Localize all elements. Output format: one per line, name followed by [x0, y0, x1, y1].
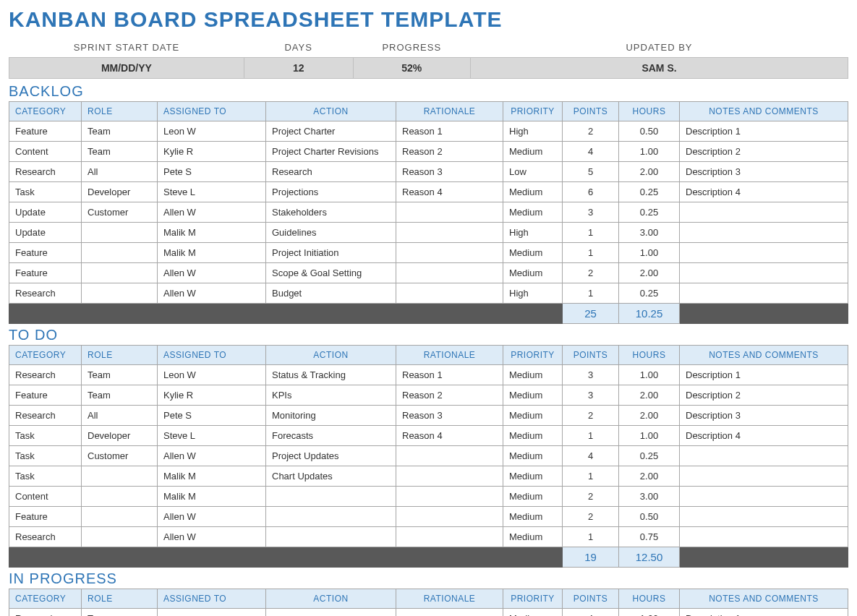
cell-action[interactable]: Research [266, 162, 396, 182]
cell-action[interactable]: KPIs [266, 385, 396, 406]
cell-points[interactable]: 4 [563, 446, 619, 466]
cell-role[interactable] [82, 243, 158, 263]
cell-points[interactable]: 4 [563, 609, 619, 617]
cell-action[interactable]: Project Updates [266, 446, 396, 466]
cell-category[interactable]: Update [9, 223, 82, 243]
cell-points[interactable]: 1 [563, 527, 619, 547]
cell-rationale[interactable] [396, 446, 503, 466]
cell-role[interactable]: Developer [82, 182, 158, 202]
cell-assigned[interactable]: Kylie R [158, 142, 266, 162]
cell-action[interactable] [266, 609, 396, 617]
cell-notes[interactable]: Description 1 [680, 365, 848, 385]
cell-action[interactable]: Scope & Goal Setting [266, 263, 396, 283]
cell-action[interactable] [266, 507, 396, 527]
cell-role[interactable]: Team [82, 385, 158, 406]
cell-points[interactable]: 2 [563, 507, 619, 527]
cell-action[interactable]: Project Initiation [266, 243, 396, 263]
cell-assigned[interactable]: Allen W [158, 263, 266, 283]
cell-category[interactable]: Task [9, 466, 82, 487]
cell-notes[interactable]: Description 2 [680, 142, 848, 162]
cell-hours[interactable]: 1.00 [619, 609, 680, 617]
cell-hours[interactable]: 0.50 [619, 121, 680, 142]
cell-points[interactable]: 4 [563, 142, 619, 162]
cell-action[interactable]: Status & Tracking [266, 365, 396, 385]
cell-notes[interactable]: Description 3 [680, 406, 848, 426]
cell-role[interactable] [82, 487, 158, 507]
cell-points[interactable]: 1 [563, 283, 619, 304]
cell-action[interactable]: Project Charter Revisions [266, 142, 396, 162]
cell-role[interactable] [82, 507, 158, 527]
cell-points[interactable]: 1 [563, 426, 619, 446]
cell-hours[interactable]: 0.25 [619, 202, 680, 223]
cell-hours[interactable]: 2.00 [619, 406, 680, 426]
cell-priority[interactable]: Low [503, 162, 563, 182]
cell-category[interactable]: Content [9, 487, 82, 507]
cell-notes[interactable]: Description 1 [680, 609, 848, 617]
cell-notes[interactable] [680, 446, 848, 466]
cell-assigned[interactable]: Malik M [158, 243, 266, 263]
cell-action[interactable]: Stakeholders [266, 202, 396, 223]
cell-rationale[interactable] [396, 202, 503, 223]
cell-action[interactable]: Budget [266, 283, 396, 304]
cell-priority[interactable]: Medium [503, 507, 563, 527]
cell-priority[interactable]: Medium [503, 202, 563, 223]
cell-priority[interactable]: Medium [503, 263, 563, 283]
cell-category[interactable]: Feature [9, 385, 82, 406]
cell-notes[interactable] [680, 223, 848, 243]
cell-priority[interactable]: Medium [503, 609, 563, 617]
cell-action[interactable]: Guidelines [266, 223, 396, 243]
cell-assigned[interactable]: Leon W [158, 121, 266, 142]
cell-action[interactable]: Chart Updates [266, 466, 396, 487]
cell-category[interactable]: Task [9, 426, 82, 446]
cell-priority[interactable]: Medium [503, 142, 563, 162]
cell-category[interactable]: Research [9, 609, 82, 617]
cell-rationale[interactable] [396, 283, 503, 304]
cell-rationale[interactable] [396, 263, 503, 283]
cell-points[interactable]: 1 [563, 243, 619, 263]
cell-notes[interactable] [680, 507, 848, 527]
cell-hours[interactable]: 2.00 [619, 162, 680, 182]
cell-category[interactable]: Research [9, 406, 82, 426]
cell-role[interactable]: Team [82, 142, 158, 162]
cell-priority[interactable]: High [503, 223, 563, 243]
cell-action[interactable] [266, 487, 396, 507]
cell-hours[interactable]: 1.00 [619, 243, 680, 263]
cell-hours[interactable]: 2.00 [619, 466, 680, 487]
cell-priority[interactable]: High [503, 121, 563, 142]
cell-assigned[interactable]: Allen W [158, 446, 266, 466]
cell-category[interactable]: Task [9, 446, 82, 466]
cell-priority[interactable]: Medium [503, 426, 563, 446]
cell-hours[interactable]: 2.00 [619, 263, 680, 283]
cell-hours[interactable]: 3.00 [619, 223, 680, 243]
cell-notes[interactable] [680, 466, 848, 487]
cell-rationale[interactable] [396, 609, 503, 617]
cell-points[interactable]: 1 [563, 223, 619, 243]
cell-rationale[interactable] [396, 527, 503, 547]
cell-assigned[interactable]: Steve L [158, 182, 266, 202]
cell-priority[interactable]: Medium [503, 487, 563, 507]
cell-points[interactable]: 3 [563, 202, 619, 223]
cell-assigned[interactable]: Allen W [158, 283, 266, 304]
cell-hours[interactable]: 3.00 [619, 487, 680, 507]
cell-points[interactable]: 2 [563, 121, 619, 142]
cell-rationale[interactable]: Reason 4 [396, 182, 503, 202]
cell-notes[interactable]: Description 3 [680, 162, 848, 182]
cell-points[interactable]: 1 [563, 466, 619, 487]
cell-assigned[interactable] [158, 609, 266, 617]
cell-assigned[interactable]: Pete S [158, 406, 266, 426]
cell-priority[interactable]: High [503, 283, 563, 304]
cell-rationale[interactable] [396, 243, 503, 263]
cell-hours[interactable]: 2.00 [619, 385, 680, 406]
cell-category[interactable]: Task [9, 182, 82, 202]
cell-category[interactable]: Research [9, 162, 82, 182]
cell-notes[interactable] [680, 487, 848, 507]
cell-role[interactable] [82, 527, 158, 547]
cell-role[interactable]: Developer [82, 426, 158, 446]
meta-value-progress[interactable]: 52% [353, 58, 470, 79]
cell-category[interactable]: Content [9, 142, 82, 162]
cell-rationale[interactable]: Reason 1 [396, 365, 503, 385]
cell-points[interactable]: 2 [563, 263, 619, 283]
cell-hours[interactable]: 0.50 [619, 507, 680, 527]
cell-role[interactable]: Team [82, 609, 158, 617]
cell-rationale[interactable]: Reason 4 [396, 426, 503, 446]
